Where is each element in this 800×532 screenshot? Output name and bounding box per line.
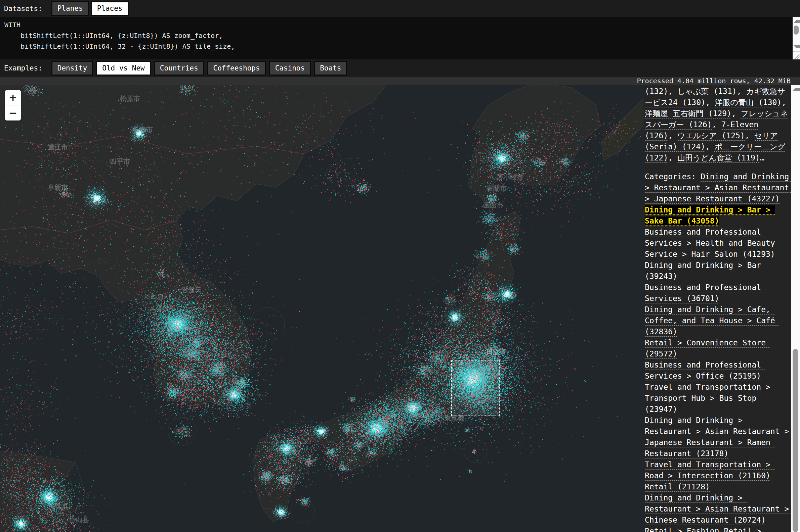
textarea-resize-grip-icon[interactable] — [793, 51, 800, 60]
map-place-label: 长春市 — [133, 125, 153, 134]
brand-link[interactable]: 山田うどん食堂 (119) — [677, 153, 760, 162]
datasets-button-group: PlanesPlaces — [51, 1, 129, 16]
map-place-label: 사리원시 — [144, 292, 171, 301]
example-button-density[interactable]: Density — [51, 61, 93, 76]
editor-scrollbar[interactable] — [793, 17, 800, 51]
scroll-down-icon[interactable] — [794, 45, 800, 48]
datasets-label: Datasets: — [4, 5, 42, 13]
category-link[interactable]: Travel and Transportation > Road > Inter… — [645, 460, 775, 480]
category-link[interactable]: Dining and Drinking > Restaurant > Asian… — [645, 493, 791, 524]
dataset-button-planes[interactable]: Planes — [51, 1, 89, 16]
category-link-highlighted[interactable]: Dining and Drinking > Bar > Sake Bar (43… — [645, 205, 775, 225]
category-link[interactable]: Travel and Transportation > Transport Hu… — [645, 383, 775, 414]
top-brands-list: (132), しゃぶ葉 (131), カギ救急サービス24 (130), 洋服の… — [645, 86, 789, 164]
sql-query-editor[interactable]: WITH bitShiftLeft(1::UInt64, {z:UInt8}) … — [0, 17, 800, 59]
category-link[interactable]: Dining and Drinking > Cafe, Coffee, and … — [645, 305, 780, 336]
category-link[interactable]: Retail (21128) — [645, 482, 710, 491]
map-place-label: 四平市 — [110, 157, 130, 166]
map-place-label: 通辽市 — [48, 142, 68, 152]
examples-label: Examples: — [4, 64, 42, 72]
scroll-up-icon[interactable] — [793, 88, 800, 91]
brand-link[interactable]: 洋服の青山 (130) — [715, 98, 782, 107]
status-bar: Processed 4.04 million rows, 42.32 MiB — [0, 77, 800, 85]
category-link[interactable]: Business and Professional Services > Hea… — [645, 228, 780, 259]
app-window: Datasets: PlanesPlaces WITH bitShiftLeft… — [0, 0, 800, 532]
category-link[interactable]: Dining and Drinking > Restaurant > Asian… — [645, 416, 791, 458]
map-place-label: 函館市 — [483, 201, 503, 210]
examples-button-group: DensityOld vs NewCountriesCoffeeshopsCas… — [51, 61, 347, 76]
map-zoom-control: + − — [5, 90, 21, 120]
example-button-boats[interactable]: Boats — [314, 61, 347, 76]
zoom-in-button[interactable]: + — [5, 90, 21, 106]
main-area: 日立市東京都부산울산강원도개성시사리원시通辽市长春市四平市阜新市松原市苫小牧市室… — [0, 85, 800, 532]
categories-label: Categories: — [645, 172, 701, 181]
sql-query-text[interactable]: WITH bitShiftLeft(1::UInt64, {z:UInt8}) … — [0, 17, 800, 52]
map-place-label: 울산 — [232, 376, 245, 385]
editor-scrollbar-thumb[interactable] — [794, 25, 799, 35]
brand-link[interactable]: 洋麺屋 五右衛門 (129) — [645, 109, 731, 118]
scroll-up-icon[interactable] — [794, 20, 800, 23]
map-canvas[interactable] — [0, 85, 643, 532]
examples-bar: Examples: DensityOld vs NewCountriesCoff… — [0, 59, 800, 77]
category-link[interactable]: Retail > Fashion Retail > Clothing Store… — [645, 527, 766, 532]
example-button-old-vs-new[interactable]: Old vs New — [96, 61, 150, 76]
category-link[interactable]: Dining and Drinking > Bar (39243) — [645, 261, 766, 281]
map-place-label: 室蘭市 — [487, 184, 507, 193]
dataset-button-places[interactable]: Places — [91, 1, 129, 16]
brand-link[interactable]: ウエルシア (125) — [677, 131, 745, 140]
map-place-label: 海盐县 — [49, 502, 69, 511]
map-place-label: 부산 — [228, 388, 241, 397]
map-place-label: 개성시 — [155, 303, 176, 312]
page-scrollbar[interactable] — [791, 85, 800, 532]
map-place-label: 苫小牧市 — [496, 173, 524, 182]
map-selection-rect[interactable] — [451, 360, 499, 416]
map-place-label: 日立市 — [486, 347, 506, 357]
brand-link[interactable]: しゃぶ葉 (131) — [677, 87, 737, 96]
category-link[interactable]: Business and Professional Services > Off… — [645, 360, 766, 380]
results-panel: (132), しゃぶ葉 (131), カギ救急サービス24 (130), 洋服の… — [643, 85, 791, 532]
example-button-casinos[interactable]: Casinos — [269, 61, 311, 76]
brand-link[interactable]: (132) — [645, 87, 668, 96]
example-button-countries[interactable]: Countries — [154, 61, 204, 76]
page-scrollbar-thumb[interactable] — [793, 349, 798, 532]
datasets-bar: Datasets: PlanesPlaces — [0, 0, 800, 17]
status-text: Processed 4.04 million rows, 42.32 MiB — [637, 77, 790, 85]
zoom-out-button[interactable]: − — [5, 106, 21, 120]
map-place-label: 阜新市 — [48, 183, 68, 192]
map-place-label: 강원도 — [181, 285, 202, 294]
category-link[interactable]: Retail > Convenience Store (29572) — [645, 338, 770, 358]
map-place-label: 松原市 — [120, 94, 140, 103]
category-link[interactable]: Business and Professional Services (3670… — [645, 283, 766, 303]
map-place-label: 岱山县 — [69, 515, 89, 524]
categories-list: Categories: Dining and Drinking > Restau… — [645, 171, 789, 532]
example-button-coffeeshops[interactable]: Coffeeshops — [207, 61, 266, 76]
